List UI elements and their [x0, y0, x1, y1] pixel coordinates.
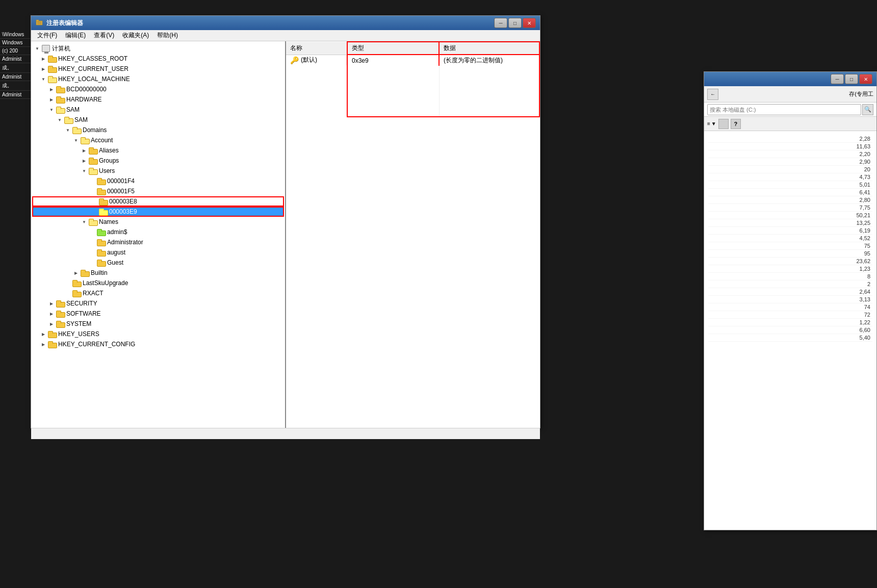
- expand-icon-groups[interactable]: ▶: [80, 159, 88, 163]
- tree-item-guest[interactable]: ▶ Guest: [31, 258, 285, 268]
- tree-item-local-machine[interactable]: ▼ HKEY_LOCAL_MACHINE: [31, 74, 285, 84]
- expand-icon-local-machine[interactable]: ▼: [39, 77, 47, 82]
- menu-edit[interactable]: 编辑(E): [61, 30, 90, 41]
- tree-item-000003e8[interactable]: ▶ 000003E8: [32, 196, 284, 207]
- tree-label-sam-top: SAM: [66, 106, 80, 113]
- tree-item-aliases[interactable]: ▶ Aliases: [31, 145, 285, 156]
- tree-item-000003e9[interactable]: ▶ 000003E9: [32, 207, 284, 217]
- explorer-maximize-button[interactable]: □: [845, 74, 858, 84]
- tree-item-account[interactable]: ▼ Account: [31, 135, 285, 145]
- explorer-data-row: 75: [708, 242, 872, 250]
- reg-default-icon: 🔑: [290, 56, 299, 64]
- expand-icon-bcd[interactable]: ▶: [47, 87, 56, 92]
- registry-close-button[interactable]: ✕: [523, 18, 536, 28]
- expand-icon-sam-top[interactable]: ▼: [47, 108, 56, 112]
- tree-item-users[interactable]: ▼ Users: [31, 166, 285, 176]
- tree-item-000001f5[interactable]: ▶ 000001F5: [31, 186, 285, 196]
- tree-item-computer[interactable]: ▼ 计算机: [31, 43, 285, 54]
- tree-item-names[interactable]: ▼ Names: [31, 217, 285, 227]
- tree-item-rxact[interactable]: ▶ RXACT: [31, 288, 285, 298]
- tree-label-august: august: [107, 249, 125, 256]
- view-options-button[interactable]: ≡ ▼: [707, 121, 716, 126]
- expand-icon-builtin[interactable]: ▶: [72, 271, 80, 275]
- tree-label-guest: Guest: [107, 259, 123, 266]
- folder-guest: [96, 259, 106, 266]
- tree-label-hkey-users: HKEY_USERS: [58, 330, 99, 338]
- expand-icon-sam-sub[interactable]: ▼: [56, 118, 64, 122]
- col-type-header: 类型: [347, 42, 439, 55]
- expand-icon-users[interactable]: ▼: [80, 169, 88, 173]
- explorer-data-row: 2,64: [708, 288, 872, 296]
- expand-icon-aliases[interactable]: ▶: [80, 148, 88, 153]
- tree-item-security[interactable]: ▶ SECURITY: [31, 298, 285, 309]
- expand-icon-system[interactable]: ▶: [47, 322, 56, 326]
- explorer-search-input[interactable]: [707, 104, 861, 115]
- expand-icon-current-user[interactable]: ▶: [39, 67, 47, 71]
- tree-item-bcd[interactable]: ▶ BCD00000000: [31, 84, 285, 94]
- tree-item-sam-sub[interactable]: ▼ SAM: [31, 115, 285, 125]
- expand-icon-account[interactable]: ▼: [72, 138, 80, 143]
- tree-item-current-user[interactable]: ▶ HKEY_CURRENT_USER: [31, 64, 285, 74]
- explorer-view-toolbar: ≡ ▼ ?: [704, 117, 876, 131]
- tree-label-current-user: HKEY_CURRENT_USER: [58, 65, 128, 72]
- help-button[interactable]: ?: [731, 119, 741, 129]
- folder-sam-sub: [64, 116, 73, 123]
- detail-row-default[interactable]: 🔑 (默认) 0x3e9 (长度为零的二进制值): [286, 55, 539, 66]
- expand-icon-security[interactable]: ▶: [47, 301, 56, 306]
- tree-item-lastskuupgrade[interactable]: ▶ LastSkuUpgrade: [31, 278, 285, 288]
- expand-icon-hkey-current-config[interactable]: ▶: [39, 342, 47, 347]
- expand-icon-software[interactable]: ▶: [47, 312, 56, 316]
- menu-view[interactable]: 查看(V): [90, 30, 118, 41]
- tree-item-administrator[interactable]: ▶ Administrator: [31, 237, 285, 247]
- tree-item-hkey-users[interactable]: ▶ HKEY_USERS: [31, 329, 285, 339]
- detail-name-value: (默认): [301, 56, 317, 64]
- tree-item-builtin[interactable]: ▶ Builtin: [31, 268, 285, 278]
- tree-item-classes-root[interactable]: ▶ HKEY_CLASSES_ROOT: [31, 54, 285, 64]
- explorer-back-button[interactable]: ←: [707, 89, 718, 100]
- tree-item-admin-dollar[interactable]: ▶ admin$: [31, 227, 285, 237]
- explorer-data-row: 95: [708, 250, 872, 258]
- menu-favorites[interactable]: 收藏夹(A): [118, 30, 153, 41]
- expand-icon-000001f4: ▶: [88, 179, 96, 184]
- expand-icon-domains[interactable]: ▼: [64, 128, 72, 133]
- expand-icon-names[interactable]: ▼: [80, 220, 88, 224]
- tree-item-software[interactable]: ▶ SOFTWARE: [31, 309, 285, 319]
- tree-item-000001f4[interactable]: ▶ 000001F4: [31, 176, 285, 186]
- tree-label-account: Account: [91, 137, 113, 144]
- expand-icon-hkey-users[interactable]: ▶: [39, 332, 47, 337]
- explorer-close-button[interactable]: ✕: [859, 74, 872, 84]
- detail-table: 名称 类型 数据 🔑 (默认) 0x3e9 (长度为零的二进制值): [286, 41, 540, 117]
- tree-label-domains: Domains: [83, 126, 107, 134]
- tree-label-hkey-current-config: HKEY_CURRENT_CONFIG: [58, 341, 135, 348]
- menu-help[interactable]: 帮助(H): [153, 30, 182, 41]
- registry-maximize-button[interactable]: □: [508, 18, 522, 28]
- tree-item-domains[interactable]: ▼ Domains: [31, 125, 285, 135]
- expand-icon-computer[interactable]: ▼: [33, 46, 41, 51]
- tree-label-sam-sub: SAM: [74, 116, 88, 123]
- tree-item-hardware[interactable]: ▶ HARDWARE: [31, 94, 285, 105]
- folder-software: [56, 310, 65, 317]
- tree-label-administrator: Administrator: [107, 239, 143, 246]
- folder-current-user: [47, 65, 57, 72]
- detail-type-cell: 0x3e9: [347, 55, 439, 66]
- expand-icon-hardware[interactable]: ▶: [47, 97, 56, 102]
- explorer-data-row: 6,60: [708, 326, 872, 334]
- registry-minimize-button[interactable]: ─: [494, 18, 507, 28]
- explorer-data-row: 7,75: [708, 204, 872, 212]
- tree-label-bcd: BCD00000000: [66, 86, 107, 93]
- preview-pane-button[interactable]: [718, 119, 729, 129]
- registry-tree-pane[interactable]: ▼ 计算机 ▶ HKEY_CLASSES_ROOT ▶ HKEY_CURRENT…: [31, 41, 286, 428]
- tree-item-sam-top[interactable]: ▼ SAM: [31, 105, 285, 115]
- menu-file[interactable]: 文件(F): [33, 30, 61, 41]
- tree-item-august[interactable]: ▶ august: [31, 247, 285, 258]
- folder-hardware: [56, 96, 65, 103]
- tree-item-groups[interactable]: ▶ Groups: [31, 156, 285, 166]
- expand-icon-classes-root[interactable]: ▶: [39, 57, 47, 61]
- explorer-title-bar: ─ □ ✕: [704, 72, 876, 86]
- tree-item-system[interactable]: ▶ SYSTEM: [31, 319, 285, 329]
- search-button[interactable]: 🔍: [862, 104, 873, 115]
- tree-label-local-machine: HKEY_LOCAL_MACHINE: [58, 75, 130, 83]
- tree-item-hkey-current-config[interactable]: ▶ HKEY_CURRENT_CONFIG: [31, 339, 285, 349]
- explorer-data-row: 2,20: [708, 150, 872, 158]
- explorer-minimize-button[interactable]: ─: [831, 74, 844, 84]
